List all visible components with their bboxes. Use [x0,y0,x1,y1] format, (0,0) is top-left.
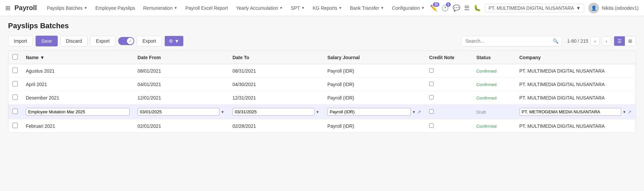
row-name-cell[interactable]: April 2021 [22,78,134,91]
nav-payslips-batches[interactable]: Payslips Batches ▼ [44,4,91,12]
avatar: 👤 [588,3,599,13]
prev-page-button[interactable]: ‹ [590,36,600,46]
row-checkbox-cell [8,91,22,105]
row-name-cell[interactable]: Agustus 2021 [22,64,134,78]
status-badge: Confirmed [476,82,496,87]
export-button[interactable]: Export [90,36,115,46]
nav-yearly-accumulation-label: Yearly Accumulation [236,5,278,11]
datefrom-dropdown-icon[interactable]: ▼ [221,110,225,114]
table-row: Desember 2021 12/01/2021 12/31/2021 Payr… [8,91,636,105]
discard-button[interactable]: Discard [60,36,88,46]
row-checkbox[interactable] [12,81,18,86]
nav-spt[interactable]: SPT ▼ [288,4,308,12]
row-company-cell: PT. MULTIMEDIA DIGITAL NUSANTARA [515,119,636,133]
col-name-header[interactable]: Name ▼ [22,51,134,64]
row-checkbox[interactable] [12,123,18,128]
row-status-cell: Confirmed [472,64,515,78]
row-name-input[interactable] [26,108,130,116]
nav-bank-transfer[interactable]: Bank Transfer ▼ [347,4,387,12]
row-credit-cell [425,91,473,105]
chevron-down-icon: ▼ [576,5,581,11]
row-checkbox[interactable] [12,109,18,114]
row-datefrom-input[interactable] [138,108,219,116]
gear-button[interactable]: ⚙ ▼ [164,36,184,46]
row-status-cell: Draft [472,105,515,119]
row-credit-checkbox[interactable] [429,123,434,128]
search-icon[interactable]: 🔍 [553,38,558,44]
row-credit-cell [425,64,473,78]
table-body: Agustus 2021 08/01/2021 08/31/2021 Payro… [8,64,636,133]
toggle-thumb: ✓ [127,38,134,44]
journal-dropdown-icon[interactable]: ▼ [412,110,416,114]
nav-kg-reports[interactable]: KG Reports ▼ [309,4,345,12]
row-name-cell[interactable]: Februari 2021 [22,119,134,133]
journal-external-link-icon[interactable]: ↗ [417,109,421,115]
nav-bank-transfer-label: Bank Transfer [350,5,379,11]
search-input[interactable] [461,36,562,46]
row-checkbox-cell [8,119,22,133]
activity-badge: 38 [433,2,439,7]
status-badge: Confirmed [476,69,496,74]
next-page-button[interactable]: › [602,36,611,46]
select-all-checkbox[interactable] [12,54,18,60]
row-status-cell: Confirmed [472,119,515,133]
page-title: Payslips Batches [8,22,636,30]
chat-icon-btn[interactable]: 💬 [453,4,460,12]
nav-remuneration[interactable]: Remuneration ▼ [140,4,181,12]
import-button[interactable]: Import [8,36,33,46]
bug-icon-btn[interactable]: 🐛 [474,4,481,12]
chevron-down-icon: ▼ [421,6,425,10]
save-button[interactable]: Save [36,36,58,46]
row-checkbox-cell [8,78,22,91]
nav-employee-payslips[interactable]: Employee Payslips [92,4,138,12]
nav-employee-payslips-label: Employee Payslips [95,5,135,11]
row-journal-cell: Payroll (IDR) [323,91,425,105]
row-journal-cell: Payroll (IDR) [323,64,425,78]
payslips-table: Name ▼ Date From Date To Salary Journal … [8,51,636,132]
top-nav: ⊞ Payroll Payslips Batches ▼ Employee Pa… [0,0,644,16]
user-menu[interactable]: 👤 Nikita (odoodev1) [588,3,639,13]
row-checkbox[interactable] [12,68,18,73]
row-credit-checkbox[interactable] [429,109,434,114]
toggle-switch[interactable]: ✓ [118,37,134,45]
sort-icon: ▼ [40,55,45,60]
grid-icon[interactable]: ⊞ [5,4,10,12]
activity-icon-btn[interactable]: ✏️ 38 [430,4,437,12]
row-name-cell[interactable]: Desember 2021 [22,91,134,105]
chevron-down-icon: ▼ [280,6,283,10]
row-dateto-input[interactable] [233,108,314,116]
chevron-down-icon: ▼ [84,6,87,10]
gear-dropdown-arrow: ▼ [175,38,179,44]
nav-configuration[interactable]: Configuration ▼ [389,4,428,12]
dateto-dropdown-icon[interactable]: ▼ [316,110,319,114]
row-company-cell: ▼ ↗ [515,105,636,119]
grid-view-button[interactable]: ⊞ [625,36,636,46]
nav-yearly-accumulation[interactable]: Yearly Accumulation ▼ [233,4,286,12]
row-credit-cell [425,78,473,91]
row-journal-input[interactable] [327,108,410,116]
clock-icon-btn[interactable]: 🕐 5 [441,4,449,12]
nav-kg-reports-label: KG Reports [313,5,337,11]
row-credit-checkbox[interactable] [429,82,434,86]
toggle-track: ✓ [118,37,134,45]
row-credit-checkbox[interactable] [429,95,434,100]
row-credit-checkbox[interactable] [429,68,434,73]
chevron-down-icon: ▼ [339,6,342,10]
list-view-button[interactable]: ☰ [614,36,625,46]
company-selector[interactable]: PT. MULTIMEDIA DIGITAL NUSANTARA ▼ [485,4,584,12]
nav-payroll-excel[interactable]: Payroll Excel Report [182,4,231,12]
row-company-cell: PT. MULTIMEDIA DIGITAL NUSANTARA [515,91,636,105]
company-dropdown-icon[interactable]: ▼ [623,110,626,114]
list-icon-btn[interactable]: ☰ [464,4,469,12]
row-dateto-cell: 12/31/2021 [229,91,324,105]
row-company-cell: PT. MULTIMEDIA DIGITAL NUSANTARA [515,64,636,78]
export2-button[interactable]: Export [137,36,162,46]
nav-spt-label: SPT [291,5,300,11]
row-checkbox[interactable] [12,94,18,100]
search-container: 🔍 [461,36,562,46]
col-datefrom-header: Date From [134,51,229,64]
table-row: April 2021 04/01/2021 04/30/2021 Payroll… [8,78,636,91]
row-company-input[interactable] [519,108,622,116]
table-row: Februari 2021 02/01/2021 02/28/2021 Payr… [8,119,636,133]
company-external-link-icon[interactable]: ↗ [628,109,632,115]
